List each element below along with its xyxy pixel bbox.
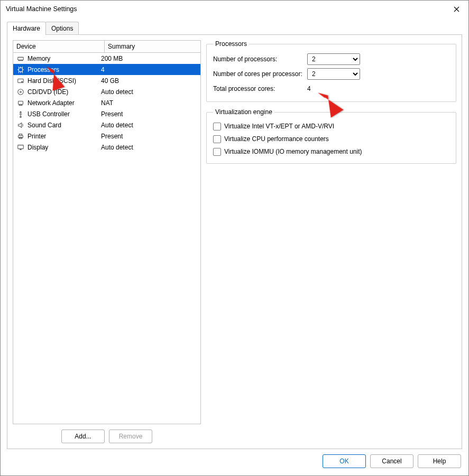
- virt-perfcounter-checkbox[interactable]: [213, 135, 221, 143]
- sound-icon: [16, 121, 25, 129]
- device-summary: 40 GB: [98, 77, 200, 85]
- tab-panel: Device Summary Memory200 MBProcessors4Ha…: [7, 34, 462, 449]
- device-name: Network Adapter: [27, 99, 75, 107]
- svg-rect-0: [18, 57, 24, 60]
- device-row[interactable]: USB ControllerPresent: [13, 108, 200, 119]
- disk-icon: [16, 77, 25, 85]
- tab-strip: Hardware Options: [7, 22, 462, 34]
- cancel-button[interactable]: Cancel: [370, 454, 413, 468]
- usb-icon: [16, 110, 25, 118]
- device-name: Display: [27, 144, 48, 151]
- device-name: Memory: [27, 55, 50, 62]
- tabs-area: Hardware Options Device Summary Memory20…: [1, 17, 468, 449]
- device-row[interactable]: PrinterPresent: [13, 130, 200, 142]
- svg-rect-9: [19, 134, 22, 135]
- virt-iommu-row[interactable]: Virtualize IOMMU (IO memory management u…: [213, 145, 449, 158]
- device-summary: Present: [98, 133, 200, 140]
- virt-engine-group: Virtualization engine Virtualize Intel V…: [206, 108, 456, 164]
- device-name: Processors: [27, 66, 59, 73]
- device-row[interactable]: Network AdapterNAT: [13, 97, 200, 108]
- device-row[interactable]: Memory200 MB: [13, 53, 200, 64]
- memory-icon: [16, 54, 25, 63]
- printer-icon: [16, 132, 25, 141]
- num-processors-row: Number of processors: 2: [213, 52, 449, 67]
- svg-point-5: [20, 91, 22, 92]
- svg-rect-11: [18, 145, 24, 148]
- add-button[interactable]: Add...: [61, 430, 105, 443]
- num-processors-select[interactable]: 2: [307, 53, 360, 65]
- device-summary: Auto detect: [98, 122, 200, 129]
- device-row[interactable]: Processors4: [13, 64, 200, 75]
- device-list-header: Device Summary: [13, 41, 200, 53]
- virt-vtx-label: Virtualize Intel VT-x/EPT or AMD-V/RVI: [224, 123, 334, 130]
- remove-button: Remove: [109, 430, 152, 443]
- total-cores-label: Total processor cores:: [213, 85, 304, 92]
- device-rows: Memory200 MBProcessors4Hard Disk (SCSI)4…: [13, 53, 200, 424]
- device-name: Sound Card: [27, 122, 61, 129]
- help-button[interactable]: Help: [418, 454, 461, 468]
- virt-iommu-checkbox[interactable]: [213, 148, 221, 156]
- device-summary: 200 MB: [98, 55, 200, 62]
- svg-rect-6: [19, 101, 23, 104]
- virt-perfcounter-label: Virtualize CPU performance counters: [224, 135, 329, 143]
- device-name: CD/DVD (IDE): [27, 88, 68, 96]
- titlebar: Virtual Machine Settings: [1, 1, 468, 17]
- settings-panel: Processors Number of processors: 2 Numbe…: [206, 40, 456, 443]
- device-list[interactable]: Device Summary Memory200 MBProcessors4Ha…: [13, 40, 201, 424]
- device-summary: Auto detect: [98, 88, 200, 96]
- tab-hardware[interactable]: Hardware: [7, 22, 46, 34]
- window-title: Virtual Machine Settings: [6, 5, 77, 13]
- device-summary: 4: [98, 66, 200, 73]
- device-summary: Present: [98, 110, 200, 118]
- display-icon: [16, 143, 25, 152]
- svg-point-3: [22, 81, 23, 82]
- device-row[interactable]: DisplayAuto detect: [13, 142, 200, 153]
- device-row[interactable]: Hard Disk (SCSI)40 GB: [13, 75, 200, 86]
- device-name: USB Controller: [27, 110, 70, 118]
- virt-iommu-label: Virtualize IOMMU (IO memory management u…: [224, 148, 362, 155]
- device-name: Printer: [27, 133, 46, 140]
- virt-vtx-checkbox[interactable]: [213, 123, 221, 130]
- cpu-icon: [16, 66, 25, 74]
- column-header-device[interactable]: Device: [13, 41, 105, 52]
- dialog-buttons: OK Cancel Help: [1, 449, 468, 475]
- processors-group: Processors Number of processors: 2 Numbe…: [206, 40, 456, 102]
- total-cores-value: 4: [307, 85, 311, 92]
- virt-perfcounter-row[interactable]: Virtualize CPU performance counters: [213, 133, 449, 145]
- svg-rect-1: [19, 68, 23, 71]
- virt-engine-legend: Virtualization engine: [213, 108, 274, 116]
- device-name: Hard Disk (SCSI): [27, 77, 76, 85]
- close-button[interactable]: [444, 1, 468, 17]
- cores-per-proc-row: Number of cores per processor: 2: [213, 67, 449, 81]
- device-buttons: Add... Remove: [13, 428, 201, 443]
- device-panel: Device Summary Memory200 MBProcessors4Ha…: [13, 40, 201, 443]
- cores-per-proc-select[interactable]: 2: [307, 68, 360, 80]
- total-cores-row: Total processor cores: 4: [213, 81, 449, 96]
- svg-point-4: [18, 89, 24, 95]
- device-row[interactable]: CD/DVD (IDE)Auto detect: [13, 86, 200, 97]
- device-summary: Auto detect: [98, 144, 200, 151]
- column-header-summary[interactable]: Summary: [105, 41, 200, 52]
- num-processors-label: Number of processors:: [213, 55, 304, 63]
- processors-legend: Processors: [213, 40, 249, 48]
- ok-button[interactable]: OK: [323, 454, 366, 468]
- close-icon: [454, 6, 459, 12]
- cd-icon: [16, 88, 25, 96]
- network-icon: [16, 99, 25, 107]
- cores-per-proc-label: Number of cores per processor:: [213, 70, 304, 78]
- virt-vtx-row[interactable]: Virtualize Intel VT-x/EPT or AMD-V/RVI: [213, 120, 449, 133]
- tab-options[interactable]: Options: [45, 22, 79, 34]
- device-summary: NAT: [98, 99, 200, 107]
- device-row[interactable]: Sound CardAuto detect: [13, 119, 200, 130]
